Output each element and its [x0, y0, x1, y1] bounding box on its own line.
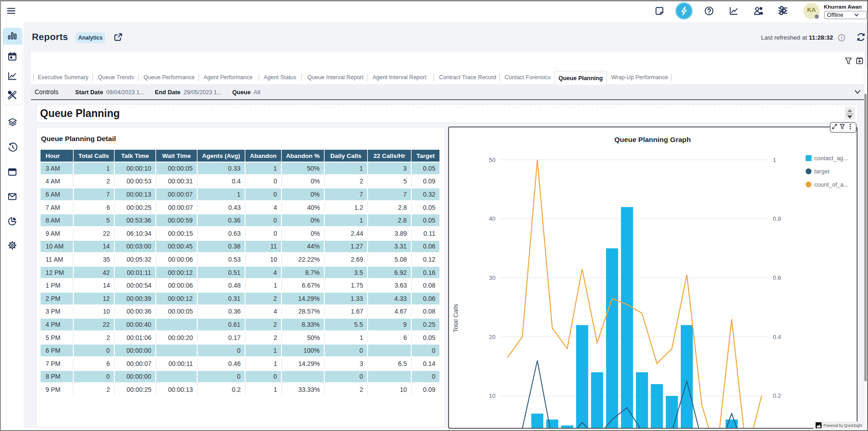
svg-text:count_of_a...: count_of_a...: [814, 181, 848, 188]
svg-text:1: 1: [773, 157, 776, 163]
svg-text:contact_ag...: contact_ag...: [814, 155, 848, 162]
svg-text:50: 50: [489, 157, 495, 163]
svg-text:target: target: [814, 168, 830, 175]
svg-text:0.2: 0.2: [773, 392, 781, 399]
svg-text:0.6: 0.6: [773, 274, 781, 281]
svg-text:30: 30: [489, 274, 495, 281]
svg-text:0.4: 0.4: [773, 334, 781, 340]
svg-text:Queue Planning Graph: Queue Planning Graph: [614, 136, 691, 143]
svg-text:20: 20: [489, 334, 495, 340]
svg-text:40: 40: [489, 215, 495, 222]
svg-text:Total Calls: Total Calls: [452, 304, 459, 333]
svg-text:0.8: 0.8: [773, 215, 781, 222]
svg-text:10: 10: [489, 392, 495, 399]
